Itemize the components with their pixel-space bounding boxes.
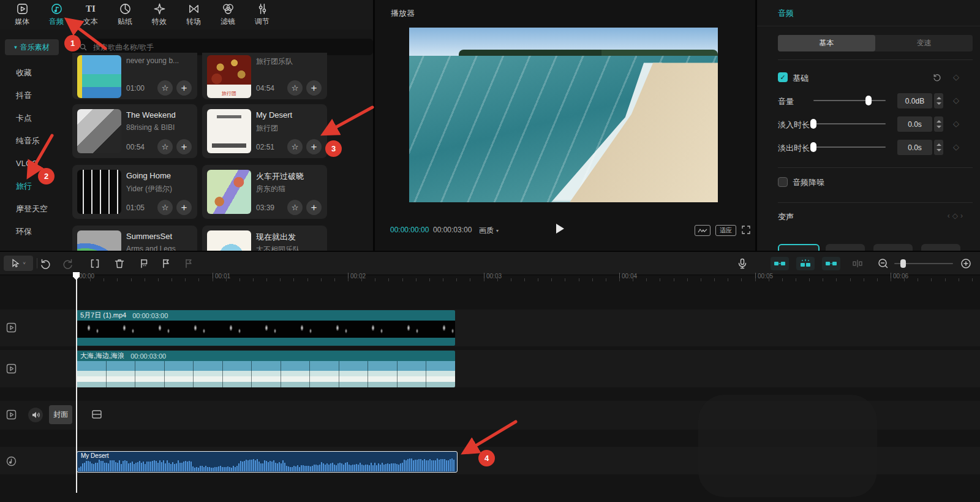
tab-text[interactable]: TI 文本 — [74, 2, 108, 27]
basic-section-label: 基础 — [793, 73, 809, 84]
volume-slider-thumb[interactable] — [865, 96, 872, 105]
tab-media[interactable]: 媒体 — [5, 2, 39, 27]
play-button[interactable] — [556, 224, 564, 234]
song-card[interactable]: Going Home Yider (伊德尔) 01:05 ☆ + — [72, 165, 197, 219]
cover-button[interactable]: 封面 — [49, 405, 72, 424]
tab-filters[interactable]: 滤镜 — [211, 2, 245, 27]
clip-duration: 00:00:03:00 — [132, 312, 168, 319]
song-card[interactable]: 旅行团 旅行团乐队 04:54 ☆ + — [202, 53, 327, 99]
freeze-frame-button[interactable] — [138, 257, 150, 270]
audio-clip-my-desert[interactable]: My Desert — [77, 451, 458, 473]
linkage-toggle-on[interactable] — [796, 257, 815, 270]
sidebar-item-vlog[interactable]: VLOG — [0, 152, 66, 175]
add-to-track-button[interactable]: + — [306, 139, 322, 154]
clip-header: 5月7日 (1).mp4 00:00:03:00 — [77, 310, 455, 321]
mute-track-icon[interactable] — [28, 408, 43, 422]
voice-preset-card[interactable] — [921, 244, 960, 251]
favorite-button[interactable]: ☆ — [287, 139, 303, 154]
voice-change-controls[interactable]: ‹◇› — [948, 211, 965, 220]
sidebar-item-travel[interactable]: 旅行 — [0, 175, 66, 197]
set-cover-icon[interactable] — [91, 409, 102, 420]
video-track-icon[interactable] — [6, 363, 17, 374]
keyframe-diamond-icon[interactable]: ◇ — [953, 142, 959, 151]
fit-button[interactable]: 适应 — [715, 225, 736, 236]
video-track-icon[interactable] — [6, 409, 17, 420]
volume-stepper[interactable] — [934, 93, 943, 108]
record-voiceover-button[interactable] — [736, 257, 748, 270]
quality-dropdown[interactable]: 画质 ▾ — [479, 226, 499, 236]
split-button[interactable] — [89, 257, 101, 270]
video-track-icon[interactable] — [6, 322, 17, 333]
song-card[interactable]: 现在就出发 大不相同乐队 — [202, 226, 327, 251]
sidebar-item-eco[interactable]: 环保 — [0, 220, 66, 243]
fullscreen-icon[interactable] — [741, 225, 751, 235]
sidebar-item-beat[interactable]: 卡点 — [0, 107, 66, 129]
zoom-in-button[interactable] — [960, 257, 972, 270]
favorite-button[interactable]: ☆ — [287, 200, 303, 215]
favorite-button[interactable]: ☆ — [157, 80, 173, 96]
sidebar-item-douyin[interactable]: 抖音 — [0, 84, 66, 107]
tab-speed[interactable]: 变速 — [875, 35, 973, 51]
song-card[interactable]: The Weekend 88rising & BIBI 00:54 ☆ + — [72, 104, 197, 158]
sidebar-item-modern-sky[interactable]: 摩登天空 — [0, 197, 66, 220]
favorite-button[interactable]: ☆ — [157, 200, 173, 215]
track-height-button[interactable] — [851, 257, 864, 270]
fade-in-stepper[interactable] — [934, 116, 943, 132]
zoom-out-button[interactable] — [877, 257, 889, 270]
add-to-track-button[interactable]: + — [306, 80, 322, 96]
reset-button[interactable] — [932, 72, 942, 82]
ocean-video-clip[interactable]: 大海,海边,海浪 00:00:03:00 — [77, 351, 455, 387]
song-card[interactable]: 火车开过破晓 房东的猫 03:39 ☆ + — [202, 165, 327, 219]
fade-in-slider-thumb[interactable] — [810, 119, 816, 129]
song-card-my-desert[interactable]: My Desert 旅行团 02:51 ☆ + — [202, 104, 327, 158]
audio-meter-toggle[interactable] — [695, 225, 710, 236]
delete-button[interactable] — [113, 257, 126, 270]
fade-out-slider-thumb[interactable] — [810, 142, 816, 152]
fade-in-value[interactable]: 0.0s — [897, 116, 932, 132]
undo-button[interactable] — [39, 257, 51, 270]
playhead[interactable] — [76, 272, 77, 493]
keyframe-diamond-icon[interactable]: ◇ — [953, 96, 959, 105]
tab-transitions[interactable]: 转场 — [176, 2, 211, 27]
volume-slider[interactable] — [813, 100, 886, 101]
tab-effects[interactable]: 特效 — [142, 2, 176, 27]
timeline-zoom-thumb[interactable] — [900, 259, 906, 268]
denoise-checkbox[interactable] — [778, 177, 788, 187]
category-music-material[interactable]: ▾ 音乐素材 — [5, 39, 59, 55]
text-video-clip[interactable]: 5月7日 (1).mp4 00:00:03:00 — [77, 310, 455, 346]
select-tool-button[interactable]: ˅ — [4, 256, 33, 271]
add-to-track-button[interactable]: + — [306, 200, 322, 215]
song-card[interactable]: SummersSet Arms and Legs — [72, 226, 197, 251]
flag-disabled-button[interactable] — [183, 257, 195, 270]
fade-out-slider[interactable] — [813, 146, 886, 148]
tab-audio[interactable]: 音频 — [39, 2, 74, 27]
add-to-track-button[interactable]: + — [176, 80, 192, 96]
favorite-button[interactable]: ☆ — [157, 139, 173, 154]
redo-button[interactable] — [62, 257, 74, 270]
add-to-track-button[interactable]: + — [176, 200, 192, 215]
tab-adjust[interactable]: 调节 — [245, 2, 279, 27]
voice-preset-card[interactable] — [778, 244, 820, 251]
search-input[interactable] — [92, 42, 339, 52]
song-card[interactable]: never young b... 01:00 ☆ + — [72, 53, 197, 99]
preview-axis-toggle-on[interactable] — [822, 257, 840, 270]
mark-flag-button[interactable] — [160, 257, 172, 270]
volume-value[interactable]: 0.0dB — [897, 93, 932, 108]
audio-track-icon[interactable] — [6, 456, 17, 466]
snap-toggle-on[interactable] — [771, 257, 789, 270]
sidebar-item-pure-music[interactable]: 纯音乐 — [0, 129, 66, 152]
sidebar-item-favorites[interactable]: 收藏 — [0, 61, 66, 84]
timeline-toolbar: ˅ — [0, 252, 980, 275]
fade-out-stepper[interactable] — [934, 140, 943, 155]
tab-sticker[interactable]: 贴纸 — [108, 2, 142, 27]
fade-in-slider[interactable] — [813, 123, 886, 124]
basic-section-checkbox[interactable]: ✓ — [778, 72, 788, 82]
favorite-button[interactable]: ☆ — [287, 80, 303, 96]
tab-basic[interactable]: 基本 — [778, 35, 875, 51]
voice-preset-card[interactable] — [826, 244, 865, 251]
voice-preset-card[interactable] — [873, 244, 913, 251]
fade-out-value[interactable]: 0.0s — [897, 140, 932, 155]
add-to-track-button[interactable]: + — [176, 139, 192, 154]
keyframe-diamond-icon[interactable]: ◇ — [953, 119, 959, 128]
keyframe-diamond-icon[interactable]: ◇ — [953, 72, 959, 82]
